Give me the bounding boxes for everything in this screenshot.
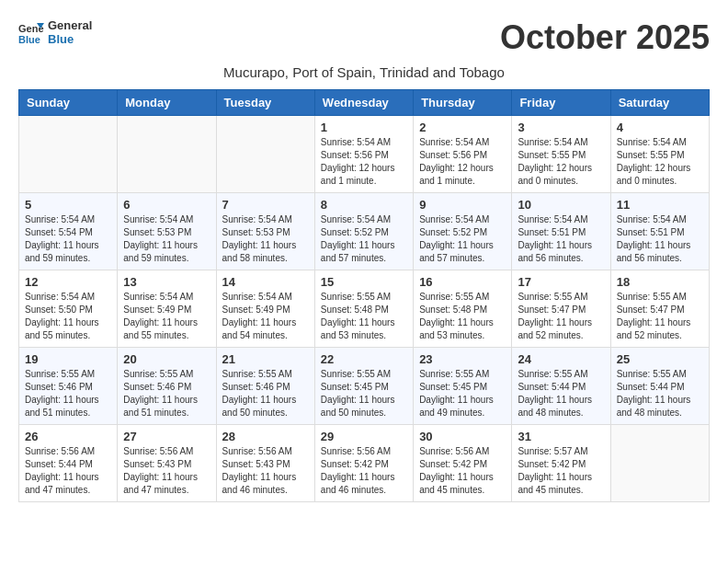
day-number: 20 bbox=[123, 352, 210, 366]
day-number: 12 bbox=[25, 275, 111, 289]
day-info: Sunrise: 5:54 AM Sunset: 5:56 PM Dayligh… bbox=[419, 136, 506, 188]
day-info: Sunrise: 5:54 AM Sunset: 5:53 PM Dayligh… bbox=[222, 213, 309, 265]
logo-line1: General bbox=[48, 18, 92, 32]
calendar-week-row: 12Sunrise: 5:54 AM Sunset: 5:50 PM Dayli… bbox=[19, 270, 710, 348]
day-info: Sunrise: 5:54 AM Sunset: 5:50 PM Dayligh… bbox=[25, 291, 111, 342]
day-number: 4 bbox=[617, 121, 703, 134]
day-info: Sunrise: 5:56 AM Sunset: 5:44 PM Dayligh… bbox=[25, 445, 111, 497]
day-number: 18 bbox=[617, 275, 703, 289]
header: General Blue General Blue October 2025 bbox=[18, 18, 710, 57]
calendar-header-row: SundayMondayTuesdayWednesdayThursdayFrid… bbox=[19, 90, 710, 116]
calendar-cell bbox=[610, 425, 709, 502]
calendar-table: SundayMondayTuesdayWednesdayThursdayFrid… bbox=[18, 89, 710, 502]
calendar-cell: 15Sunrise: 5:55 AM Sunset: 5:48 PM Dayli… bbox=[314, 270, 413, 348]
calendar-week-row: 26Sunrise: 5:56 AM Sunset: 5:44 PM Dayli… bbox=[19, 425, 710, 502]
logo-line2: Blue bbox=[48, 32, 92, 46]
day-number: 29 bbox=[321, 430, 407, 443]
day-number: 22 bbox=[321, 352, 407, 366]
calendar-cell: 29Sunrise: 5:56 AM Sunset: 5:42 PM Dayli… bbox=[314, 425, 413, 502]
calendar-cell: 20Sunrise: 5:55 AM Sunset: 5:46 PM Dayli… bbox=[118, 348, 216, 425]
day-number: 27 bbox=[123, 430, 210, 443]
day-info: Sunrise: 5:55 AM Sunset: 5:45 PM Dayligh… bbox=[419, 368, 506, 419]
calendar-cell: 24Sunrise: 5:55 AM Sunset: 5:44 PM Dayli… bbox=[512, 348, 610, 425]
calendar-cell: 25Sunrise: 5:55 AM Sunset: 5:44 PM Dayli… bbox=[610, 348, 709, 425]
day-number: 28 bbox=[222, 430, 309, 443]
day-number: 6 bbox=[123, 198, 210, 212]
calendar-week-row: 1Sunrise: 5:54 AM Sunset: 5:56 PM Daylig… bbox=[19, 116, 710, 193]
day-info: Sunrise: 5:55 AM Sunset: 5:46 PM Dayligh… bbox=[222, 368, 309, 419]
day-number: 17 bbox=[518, 275, 604, 289]
calendar-cell: 8Sunrise: 5:54 AM Sunset: 5:52 PM Daylig… bbox=[314, 193, 413, 270]
day-info: Sunrise: 5:55 AM Sunset: 5:44 PM Dayligh… bbox=[617, 368, 703, 419]
day-info: Sunrise: 5:55 AM Sunset: 5:47 PM Dayligh… bbox=[617, 291, 703, 342]
day-number: 30 bbox=[419, 430, 506, 443]
calendar-cell: 19Sunrise: 5:55 AM Sunset: 5:46 PM Dayli… bbox=[19, 348, 118, 425]
calendar-cell bbox=[118, 116, 216, 193]
calendar-cell: 18Sunrise: 5:55 AM Sunset: 5:47 PM Dayli… bbox=[610, 270, 709, 348]
calendar-cell: 11Sunrise: 5:54 AM Sunset: 5:51 PM Dayli… bbox=[610, 193, 709, 270]
calendar-cell: 23Sunrise: 5:55 AM Sunset: 5:45 PM Dayli… bbox=[414, 348, 512, 425]
day-info: Sunrise: 5:54 AM Sunset: 5:55 PM Dayligh… bbox=[518, 136, 604, 188]
day-number: 3 bbox=[518, 121, 604, 134]
day-info: Sunrise: 5:54 AM Sunset: 5:53 PM Dayligh… bbox=[123, 213, 210, 265]
day-info: Sunrise: 5:55 AM Sunset: 5:48 PM Dayligh… bbox=[419, 291, 506, 342]
day-number: 9 bbox=[419, 198, 506, 212]
day-info: Sunrise: 5:55 AM Sunset: 5:44 PM Dayligh… bbox=[518, 368, 604, 419]
day-number: 2 bbox=[419, 121, 506, 134]
calendar-cell: 6Sunrise: 5:54 AM Sunset: 5:53 PM Daylig… bbox=[118, 193, 216, 270]
day-info: Sunrise: 5:56 AM Sunset: 5:42 PM Dayligh… bbox=[419, 445, 506, 497]
weekday-header-friday: Friday bbox=[512, 90, 610, 116]
day-info: Sunrise: 5:54 AM Sunset: 5:56 PM Dayligh… bbox=[321, 136, 407, 188]
day-number: 14 bbox=[222, 275, 309, 289]
calendar-cell: 9Sunrise: 5:54 AM Sunset: 5:52 PM Daylig… bbox=[414, 193, 512, 270]
day-info: Sunrise: 5:55 AM Sunset: 5:46 PM Dayligh… bbox=[123, 368, 210, 419]
calendar-cell bbox=[19, 116, 118, 193]
calendar-cell: 16Sunrise: 5:55 AM Sunset: 5:48 PM Dayli… bbox=[414, 270, 512, 348]
calendar-cell: 13Sunrise: 5:54 AM Sunset: 5:49 PM Dayli… bbox=[118, 270, 216, 348]
day-info: Sunrise: 5:54 AM Sunset: 5:52 PM Dayligh… bbox=[419, 213, 506, 265]
calendar-cell: 2Sunrise: 5:54 AM Sunset: 5:56 PM Daylig… bbox=[414, 116, 512, 193]
calendar-cell: 7Sunrise: 5:54 AM Sunset: 5:53 PM Daylig… bbox=[216, 193, 314, 270]
day-number: 15 bbox=[321, 275, 407, 289]
calendar-cell: 21Sunrise: 5:55 AM Sunset: 5:46 PM Dayli… bbox=[216, 348, 314, 425]
day-info: Sunrise: 5:54 AM Sunset: 5:54 PM Dayligh… bbox=[25, 213, 111, 265]
day-info: Sunrise: 5:55 AM Sunset: 5:47 PM Dayligh… bbox=[518, 291, 604, 342]
day-info: Sunrise: 5:56 AM Sunset: 5:43 PM Dayligh… bbox=[222, 445, 309, 497]
day-number: 10 bbox=[518, 198, 604, 212]
svg-text:Blue: Blue bbox=[18, 34, 40, 45]
day-number: 16 bbox=[419, 275, 506, 289]
calendar-cell: 17Sunrise: 5:55 AM Sunset: 5:47 PM Dayli… bbox=[512, 270, 610, 348]
day-number: 19 bbox=[25, 352, 111, 366]
month-title: October 2025 bbox=[500, 18, 710, 57]
day-number: 21 bbox=[222, 352, 309, 366]
calendar-cell: 3Sunrise: 5:54 AM Sunset: 5:55 PM Daylig… bbox=[512, 116, 610, 193]
day-info: Sunrise: 5:55 AM Sunset: 5:46 PM Dayligh… bbox=[25, 368, 111, 419]
day-number: 25 bbox=[617, 352, 703, 366]
day-number: 24 bbox=[518, 352, 604, 366]
day-number: 7 bbox=[222, 198, 309, 212]
calendar-cell: 1Sunrise: 5:54 AM Sunset: 5:56 PM Daylig… bbox=[314, 116, 413, 193]
day-info: Sunrise: 5:54 AM Sunset: 5:52 PM Dayligh… bbox=[321, 213, 407, 265]
calendar-cell bbox=[216, 116, 314, 193]
day-number: 11 bbox=[617, 198, 703, 212]
day-number: 23 bbox=[419, 352, 506, 366]
day-info: Sunrise: 5:55 AM Sunset: 5:45 PM Dayligh… bbox=[321, 368, 407, 419]
calendar-week-row: 19Sunrise: 5:55 AM Sunset: 5:46 PM Dayli… bbox=[19, 348, 710, 425]
calendar-cell: 26Sunrise: 5:56 AM Sunset: 5:44 PM Dayli… bbox=[19, 425, 118, 502]
day-info: Sunrise: 5:54 AM Sunset: 5:51 PM Dayligh… bbox=[518, 213, 604, 265]
day-number: 31 bbox=[518, 430, 604, 443]
day-info: Sunrise: 5:54 AM Sunset: 5:49 PM Dayligh… bbox=[222, 291, 309, 342]
calendar-cell: 14Sunrise: 5:54 AM Sunset: 5:49 PM Dayli… bbox=[216, 270, 314, 348]
calendar-cell: 28Sunrise: 5:56 AM Sunset: 5:43 PM Dayli… bbox=[216, 425, 314, 502]
weekday-header-saturday: Saturday bbox=[610, 90, 709, 116]
day-info: Sunrise: 5:56 AM Sunset: 5:43 PM Dayligh… bbox=[123, 445, 210, 497]
logo: General Blue General Blue bbox=[18, 18, 92, 46]
weekday-header-thursday: Thursday bbox=[414, 90, 512, 116]
day-info: Sunrise: 5:55 AM Sunset: 5:48 PM Dayligh… bbox=[321, 291, 407, 342]
logo-icon: General Blue bbox=[18, 19, 44, 45]
calendar-cell: 27Sunrise: 5:56 AM Sunset: 5:43 PM Dayli… bbox=[118, 425, 216, 502]
day-info: Sunrise: 5:54 AM Sunset: 5:55 PM Dayligh… bbox=[617, 136, 703, 188]
calendar-subtitle: Mucurapo, Port of Spain, Trinidad and To… bbox=[18, 64, 710, 80]
day-number: 8 bbox=[321, 198, 407, 212]
day-info: Sunrise: 5:57 AM Sunset: 5:42 PM Dayligh… bbox=[518, 445, 604, 497]
